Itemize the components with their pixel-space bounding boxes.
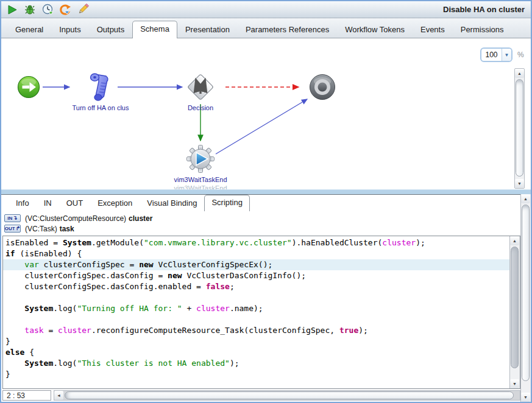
zoom-select[interactable]: 100 ▼: [480, 47, 512, 62]
schema-canvas[interactable]: Turn off HA on clus Decision: [1, 38, 531, 189]
parameter-name: task: [60, 225, 74, 233]
validate-icon[interactable]: [59, 4, 71, 16]
arrow-in-icon: ↴: [13, 216, 18, 221]
run-icon[interactable]: [6, 4, 18, 16]
action-node[interactable]: [186, 144, 215, 173]
in-parameter-icon: IN↴: [4, 214, 21, 222]
debug-icon[interactable]: [24, 4, 36, 16]
action-label[interactable]: vim3WaitTaskEnd: [174, 176, 227, 183]
decision-node[interactable]: [186, 73, 215, 101]
tab-general[interactable]: General: [7, 21, 51, 38]
tab-schema[interactable]: Schema: [132, 21, 177, 38]
bottom-panel: Info IN OUT Exception Visual Binding Scr…: [1, 194, 531, 402]
scroll-up-icon[interactable]: ▲: [521, 194, 530, 203]
bottom-tabstrip: Info IN OUT Exception Visual Binding Scr…: [1, 194, 520, 211]
panel-scroll-thumb[interactable]: [522, 205, 530, 381]
scroll-left-icon[interactable]: ◄: [54, 391, 63, 400]
window-title: Disable HA on cluster: [443, 5, 526, 14]
scroll-up-icon[interactable]: ▲: [510, 236, 519, 245]
start-node[interactable]: [17, 75, 40, 99]
tab-exception[interactable]: Exception: [90, 195, 140, 211]
scroll-down-icon[interactable]: ▼: [521, 393, 530, 402]
zoom-value: 100: [481, 49, 502, 61]
chevron-down-icon[interactable]: ▼: [502, 49, 511, 61]
workflow-editor-window: Disable HA on cluster General Inputs Out…: [0, 0, 532, 403]
decision-label[interactable]: Decision: [188, 104, 213, 111]
end-node[interactable]: [309, 74, 336, 100]
tab-in[interactable]: IN: [37, 195, 59, 211]
cursor-position: 2 : 53: [2, 390, 51, 401]
action-label-clipped: vim3WaitTaskEnd: [174, 184, 227, 189]
tab-permissions[interactable]: Permissions: [453, 21, 512, 38]
scriptable-task-node[interactable]: [87, 71, 115, 102]
toolbar: Disable HA on cluster: [1, 1, 531, 18]
workflow-edges: [1, 38, 531, 189]
parameter-row-task[interactable]: OUT↱ (VC:Task) task: [4, 223, 520, 234]
scroll-down-icon[interactable]: ▼: [515, 179, 524, 188]
schedule-icon[interactable]: [41, 4, 54, 16]
parameter-type: (VC:Task): [25, 225, 57, 233]
editor-status-bar: 2 : 53 ◄: [1, 389, 520, 402]
code-lines[interactable]: isEnabled = System.getModule("com.vmware…: [3, 236, 509, 388]
zoom-percent-label: %: [517, 51, 524, 59]
script-editor[interactable]: isEnabled = System.getModule("com.vmware…: [2, 236, 520, 389]
hscroll-thumb[interactable]: [65, 391, 514, 399]
editor-scroll-thumb[interactable]: [511, 247, 519, 368]
parameter-row-cluster[interactable]: IN↴ (VC:ClusterComputeResource) cluster: [4, 213, 520, 223]
tab-visual-binding[interactable]: Visual Binding: [140, 195, 204, 211]
tab-parameters-references[interactable]: Parameters References: [238, 21, 337, 38]
scriptable-task-label[interactable]: Turn off HA on clus: [73, 104, 129, 111]
tab-outputs[interactable]: Outputs: [89, 21, 133, 38]
tab-workflow-tokens[interactable]: Workflow Tokens: [337, 21, 413, 38]
parameter-list: IN↴ (VC:ClusterComputeResource) cluster …: [1, 211, 520, 235]
scroll-down-icon[interactable]: ▼: [510, 379, 519, 388]
tab-info[interactable]: Info: [9, 195, 37, 211]
tab-events[interactable]: Events: [413, 21, 453, 38]
main-tabstrip: General Inputs Outputs Schema Presentati…: [1, 18, 531, 38]
editor-vertical-scrollbar[interactable]: ▲ ▼: [509, 236, 520, 388]
canvas-scroll-thumb[interactable]: [516, 79, 523, 177]
scroll-up-icon[interactable]: ▲: [515, 69, 524, 78]
parameter-name: cluster: [129, 214, 152, 223]
out-parameter-icon: OUT↱: [4, 225, 21, 233]
canvas-vertical-scrollbar[interactable]: ▲ ▼: [514, 68, 525, 189]
edge-action-to-end[interactable]: [216, 99, 307, 154]
tab-presentation[interactable]: Presentation: [177, 21, 238, 38]
parameter-type: (VC:ClusterComputeResource): [25, 214, 126, 223]
tab-scripting[interactable]: Scripting: [204, 195, 250, 211]
editor-horizontal-scrollbar[interactable]: ◄: [54, 390, 520, 401]
panel-splitter[interactable]: [1, 189, 531, 194]
panel-vertical-scrollbar[interactable]: ▲ ▼: [520, 194, 531, 402]
arrow-out-icon: ↱: [16, 226, 21, 231]
tab-out[interactable]: OUT: [59, 195, 90, 211]
edit-icon[interactable]: [77, 4, 89, 16]
tab-inputs[interactable]: Inputs: [51, 21, 88, 38]
